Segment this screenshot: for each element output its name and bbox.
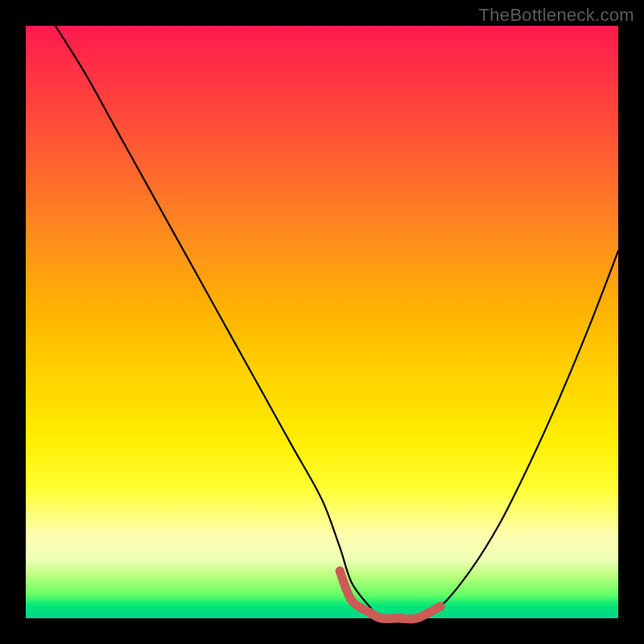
plot-area bbox=[26, 26, 618, 618]
watermark-text: TheBottleneck.com bbox=[479, 5, 634, 26]
chart-frame: TheBottleneck.com bbox=[0, 0, 644, 644]
curve-svg bbox=[26, 26, 618, 618]
bottleneck-curve bbox=[56, 26, 618, 619]
highlight-band bbox=[340, 571, 440, 619]
